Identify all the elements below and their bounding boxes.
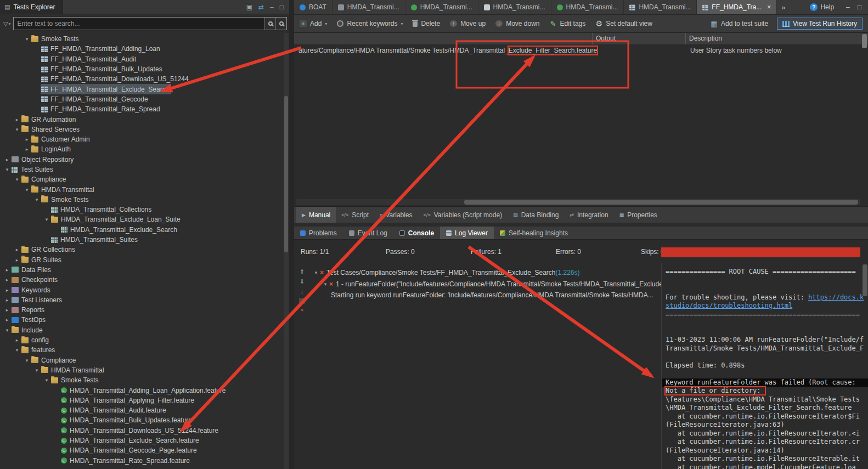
tree-item[interactable]: ▾Compliance xyxy=(0,174,289,184)
view-test-run-history-button[interactable]: View Test Run History xyxy=(777,18,863,30)
collapse-arrow-icon[interactable]: ▾ xyxy=(13,347,21,353)
tree-item[interactable]: HMDA_Transmittal_Applying_Filter.feature xyxy=(0,395,289,405)
tree-item[interactable]: FF_HMDA_Transmittal_Downloads_US_51244 xyxy=(0,74,289,84)
collapse-arrow-icon[interactable]: ▾ xyxy=(3,327,11,333)
tab-manual[interactable]: ▶Manual xyxy=(296,207,336,223)
tree-item[interactable]: ▾Smoke Tests xyxy=(0,375,289,385)
tree-item[interactable]: FF_HMDA_Transmittal_Geocode xyxy=(0,94,289,104)
recent-keywords-button[interactable]: Recent keywords▾ xyxy=(337,20,403,27)
tree-item[interactable]: ▾Test Suites xyxy=(0,165,289,174)
tree-item[interactable]: ▸GR Automation xyxy=(0,114,289,124)
options-icon[interactable] xyxy=(299,298,305,304)
tab-integration[interactable]: ⇄Integration xyxy=(564,207,613,223)
expand-arrow-icon[interactable]: ▸ xyxy=(13,247,21,252)
tree-item[interactable]: ▸LoginAuth xyxy=(0,144,289,154)
tree-item[interactable]: ▸Checkpoints xyxy=(0,275,289,285)
troubleshooting-link[interactable]: studio/docs/troubleshooting.html xyxy=(666,302,792,309)
expand-arrow-icon[interactable]: ▸ xyxy=(3,317,11,323)
expand-arrow-icon[interactable]: ▸ xyxy=(23,137,31,142)
window-minimize-icon[interactable]: – xyxy=(846,3,850,11)
expand-arrow-icon[interactable]: ▸ xyxy=(13,257,21,263)
editor-tab[interactable]: HMDA_Transmi... xyxy=(624,0,697,14)
expand-all-icon[interactable]: ⇓ xyxy=(300,278,305,285)
editor-tab[interactable]: HMDA_Transmi... xyxy=(332,0,405,14)
collapse-arrow-icon[interactable]: ▾ xyxy=(43,217,50,222)
tree-item[interactable]: ▸Object Repository xyxy=(0,155,289,165)
close-icon[interactable]: × xyxy=(767,3,771,11)
collapse-arrow-icon[interactable]: ▾ xyxy=(23,358,31,363)
filter-icon[interactable]: ▽▾ xyxy=(3,20,10,27)
maximize-panel-icon[interactable]: □ xyxy=(280,3,284,11)
tree-item[interactable]: ▾Shared Services xyxy=(0,125,289,134)
tree-item[interactable]: FF_HMDA_Transmittal_Bulk_Updates xyxy=(0,64,289,74)
tree-item[interactable]: ▾HMDA Transmittal xyxy=(0,184,289,194)
tab-variables[interactable]: xVariables xyxy=(374,207,418,223)
collapse-arrow-icon[interactable]: ▾ xyxy=(13,177,21,182)
collapse-arrow-icon[interactable]: ▾ xyxy=(13,127,21,132)
add-to-test-suite-button[interactable]: ▦Add to test suite xyxy=(711,20,768,27)
editor-tab[interactable]: HMDA_Transmi... xyxy=(405,0,478,14)
expand-arrow-icon[interactable]: ▸ xyxy=(3,297,11,303)
expand-arrow-icon[interactable]: ▸ xyxy=(3,307,11,313)
collapse-arrow-icon[interactable]: ▾ xyxy=(312,270,320,275)
collapse-arrow-icon[interactable]: ▾ xyxy=(43,377,50,383)
tree-item[interactable]: ▸GR Suites xyxy=(0,255,289,265)
collapse-arrow-icon[interactable]: ▾ xyxy=(3,167,11,172)
window-maximize-icon[interactable]: □ xyxy=(858,3,861,11)
search-input[interactable] xyxy=(14,18,264,30)
sync-icon[interactable]: ⇄ xyxy=(258,3,264,11)
tree-scrollbar-thumb[interactable] xyxy=(284,96,288,252)
tree-item[interactable]: ▾Smoke Tests xyxy=(0,34,289,44)
column-header[interactable] xyxy=(294,33,593,44)
tree-item[interactable]: HMDA_Transmittal_Audit.feature xyxy=(0,405,289,415)
tree-item[interactable]: ▸Customer Admin xyxy=(0,134,289,144)
tree-item[interactable]: FF_HMDA_Transmittal_Rate_Spread xyxy=(0,104,289,114)
expand-arrow-icon[interactable]: ▸ xyxy=(3,267,11,273)
collapse-tree-icon[interactable]: ▣ xyxy=(246,3,252,11)
expand-arrow-icon[interactable]: ▸ xyxy=(3,277,11,282)
log-tree-item[interactable]: ▾×1 - runFeatureFolder("Include/features… xyxy=(310,279,661,290)
expand-arrow-icon[interactable]: ▸ xyxy=(3,157,11,162)
expand-arrow-icon[interactable]: ▸ xyxy=(23,146,31,152)
expand-arrow-icon[interactable]: ▸ xyxy=(13,337,21,343)
tree-item[interactable]: HMDA_Transmittal_Exclude_Search xyxy=(0,225,289,235)
show-failures-icon[interactable]: × xyxy=(300,307,303,314)
tab-problems[interactable]: Problems xyxy=(294,227,343,239)
set-default-view-button[interactable]: ⚙Set default view xyxy=(595,20,652,27)
collapse-arrow-icon[interactable]: ▾ xyxy=(23,36,31,42)
tab-variables-script-mode-[interactable]: </>Variables (Script mode) xyxy=(418,207,508,223)
tree-item[interactable]: ▸Reports xyxy=(0,305,289,315)
console-scrollbar-thumb[interactable] xyxy=(863,264,867,296)
collapse-arrow-icon[interactable]: ▾ xyxy=(33,368,41,373)
tree-item[interactable]: HMDA_Transmittal_Bulk_Updates.feature xyxy=(0,415,289,425)
tree-item[interactable]: ▸Test Listeners xyxy=(0,295,289,305)
tests-explorer-title-tab[interactable]: ▤ Tests Explorer xyxy=(0,0,63,14)
troubleshooting-link[interactable]: https://docs.k xyxy=(808,293,864,301)
advanced-search-button[interactable] xyxy=(275,18,286,30)
tab-data-binding[interactable]: ▤Data Binding xyxy=(508,207,564,223)
tree-item[interactable]: ▸Keywords xyxy=(0,285,289,295)
tab-console[interactable]: Console xyxy=(393,227,440,239)
tree-scrollbar[interactable] xyxy=(284,33,289,469)
editor-tab[interactable]: HMDA_Transmi... xyxy=(551,0,624,14)
scroll-to-end-icon[interactable]: ↓ xyxy=(301,288,304,295)
tab-properties[interactable]: ▦Properties xyxy=(614,207,663,223)
tree-item[interactable]: HMDA_Transmittal_Downloads_US_51244.feat… xyxy=(0,426,289,436)
collapse-arrow-icon[interactable]: ▾ xyxy=(23,187,31,193)
tree-item[interactable]: ▾Smoke Tests xyxy=(0,195,289,205)
steps-vertical-scrollbar-thumb[interactable] xyxy=(862,34,867,48)
tree-item[interactable]: ▾HMDA_Transmittal_Exclude_Loan_Suite xyxy=(0,214,289,224)
tree-item[interactable]: ▸config xyxy=(0,335,289,345)
tree-item[interactable]: ▾features xyxy=(0,345,289,355)
tab-self-healing-insights[interactable]: Self-healing Insights xyxy=(494,227,574,239)
delete-button[interactable]: Delete xyxy=(413,20,440,27)
tab-log-viewer[interactable]: Log Viewer xyxy=(440,227,494,239)
tab-script[interactable]: </>Script xyxy=(336,207,374,223)
column-header[interactable]: Description xyxy=(686,33,868,44)
tree-item[interactable]: ▸Data Files xyxy=(0,265,289,275)
dropdown-caret-icon[interactable]: ▾ xyxy=(401,21,403,26)
expand-arrow-icon[interactable]: ▸ xyxy=(3,287,11,293)
steps-horizontal-scrollbar-thumb[interactable] xyxy=(464,200,858,205)
move-down-button[interactable]: ↓Move down xyxy=(495,20,539,27)
edit-tags-button[interactable]: ✎Edit tags xyxy=(550,20,586,27)
